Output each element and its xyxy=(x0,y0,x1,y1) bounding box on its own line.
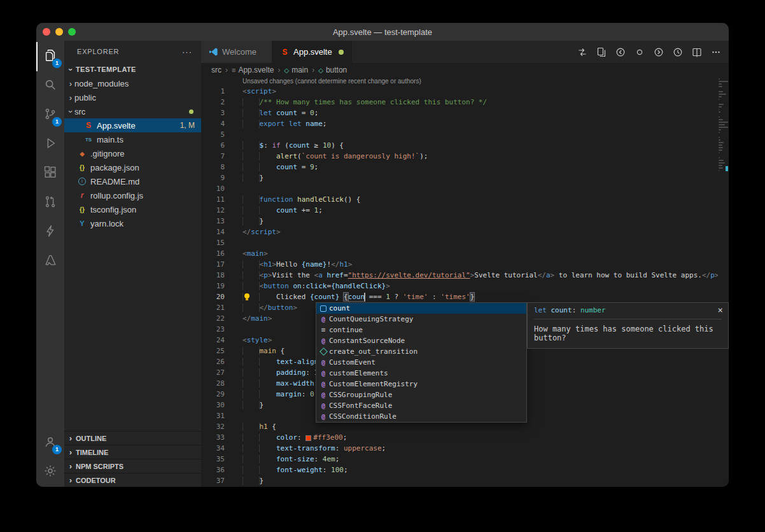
line-number[interactable]: 8 xyxy=(201,162,225,172)
code-line-text[interactable]: function handleClick() { xyxy=(225,194,729,205)
code-line-text[interactable]: $: if (count ≥ 10) { xyxy=(225,140,729,151)
suggest-item-CustomEvent[interactable]: @CustomEvent xyxy=(316,357,526,368)
code-line-text[interactable]: font-size: 4em; xyxy=(225,454,729,465)
activity-bar-item-settings[interactable] xyxy=(36,458,64,487)
tree-item-README-md[interactable]: iREADME.md xyxy=(64,174,201,188)
line-number[interactable]: 10 xyxy=(201,183,225,194)
breadcrumb-item-app-svelte[interactable]: ≡App.svelte xyxy=(232,66,274,74)
line-number[interactable]: 20 xyxy=(201,291,225,302)
tree-item-rollup-config-js[interactable]: rrollup.config.js xyxy=(64,188,201,202)
previous-change-icon[interactable] xyxy=(612,44,628,60)
code-line-text[interactable] xyxy=(225,237,729,248)
line-number[interactable]: 36 xyxy=(201,465,225,475)
activity-bar-item-search[interactable] xyxy=(36,71,64,101)
line-number[interactable]: 37 xyxy=(201,475,225,486)
close-button[interactable] xyxy=(43,28,50,36)
activity-bar-item-github-pull-requests[interactable] xyxy=(36,188,64,218)
line-number[interactable]: 22 xyxy=(201,313,225,324)
code-line-text[interactable]: alert(`count is dangerously high!`); xyxy=(225,151,729,162)
panel-outline[interactable]: ›OUTLINE xyxy=(64,431,201,445)
tree-item--gitignore[interactable]: ◆.gitignore xyxy=(64,146,201,160)
activity-bar-item-run-debug[interactable] xyxy=(36,130,64,159)
code-line-text[interactable]: <script> xyxy=(225,86,729,97)
code-line-text[interactable]: </script> xyxy=(225,227,729,237)
tree-item-node_modules[interactable]: ›node_modules xyxy=(64,76,201,90)
tree-item-main-ts[interactable]: TSmain.ts xyxy=(64,132,201,146)
lightbulb-icon[interactable] xyxy=(243,293,251,301)
suggest-item-ConstantSourceNode[interactable]: @ConstantSourceNode xyxy=(316,335,526,346)
code-line-text[interactable]: Clicked {count} {coun === 1 ? 'time' : '… xyxy=(225,291,729,302)
code-line-text[interactable]: h1 { xyxy=(225,421,729,432)
split-editor-icon[interactable] xyxy=(689,44,705,60)
compare-changes-icon[interactable] xyxy=(574,44,590,60)
line-number[interactable]: 32 xyxy=(201,421,225,432)
line-number[interactable]: 18 xyxy=(201,270,225,281)
activity-bar-item-extensions[interactable] xyxy=(36,159,64,188)
panel-codetour[interactable]: ›CODETOUR xyxy=(64,473,201,487)
code-line-text[interactable] xyxy=(225,183,729,194)
line-number[interactable]: 14 xyxy=(201,227,225,237)
line-number[interactable]: 17 xyxy=(201,259,225,270)
code-line-text[interactable]: } xyxy=(225,216,729,227)
code-line-text[interactable]: <h1>Hello {name}!</h1> xyxy=(225,259,729,270)
title-bar[interactable]: App.svelte — test-template xyxy=(36,23,729,41)
line-number[interactable]: 25 xyxy=(201,346,225,356)
line-number[interactable]: 23 xyxy=(201,324,225,335)
next-change-icon[interactable] xyxy=(650,44,666,60)
more-actions-icon[interactable] xyxy=(708,44,724,60)
code-line-text[interactable]: } xyxy=(225,475,729,486)
tree-item-tsconfig-json[interactable]: {}tsconfig.json xyxy=(64,202,201,216)
line-number[interactable]: 6 xyxy=(201,140,225,151)
activity-bar-item-explorer[interactable]: 1 xyxy=(36,42,64,71)
breadcrumb-item-src[interactable]: src xyxy=(211,66,221,74)
activity-bar-item-thunder-client[interactable] xyxy=(36,218,64,247)
panel-timeline[interactable]: ›TIMELINE xyxy=(64,445,201,459)
project-section-header[interactable]: › TEST-TEMPLATE xyxy=(64,62,201,76)
line-number[interactable]: 11 xyxy=(201,194,225,205)
close-icon[interactable]: × xyxy=(718,304,723,316)
code-line-text[interactable]: <p>Visit the <a href="https://svelte.dev… xyxy=(225,270,729,281)
suggest-item-count[interactable]: count xyxy=(316,303,526,314)
codelens-annotation[interactable]: Unsaved changes (cannot determine recent… xyxy=(242,77,729,86)
line-number[interactable]: 30 xyxy=(201,400,225,410)
line-number[interactable]: 29 xyxy=(201,389,225,400)
suggest-item-create_out_transition[interactable]: create_out_transition xyxy=(316,346,526,357)
breadcrumb-item-button[interactable]: ◇button xyxy=(318,66,347,74)
tree-item-yarn-lock[interactable]: Yyarn.lock xyxy=(64,216,201,230)
line-number[interactable]: 21 xyxy=(201,302,225,313)
line-number[interactable]: 5 xyxy=(201,129,225,140)
code-line-text[interactable]: font-weight: 100; xyxy=(225,465,729,475)
breadcrumb-item-main[interactable]: ◇main xyxy=(284,66,308,74)
code-line-text[interactable]: text-transform: uppercase; xyxy=(225,443,729,454)
zoom-button[interactable] xyxy=(68,28,76,36)
line-number[interactable]: 15 xyxy=(201,237,225,248)
line-number[interactable]: 13 xyxy=(201,216,225,227)
line-number[interactable]: 27 xyxy=(201,367,225,378)
code-line-text[interactable]: let count = 0; xyxy=(225,108,729,118)
line-number[interactable]: 9 xyxy=(201,172,225,183)
tree-item-public[interactable]: ›public xyxy=(64,90,201,104)
tree-item-package-json[interactable]: {}package.json xyxy=(64,160,201,174)
line-number[interactable]: 3 xyxy=(201,108,225,118)
record-icon[interactable] xyxy=(631,44,647,60)
tree-item-App-svelte[interactable]: SApp.svelte1, M xyxy=(64,118,201,132)
line-number[interactable]: 16 xyxy=(201,248,225,259)
open-changes-icon[interactable] xyxy=(593,44,609,60)
suggest-item-CSSGroupingRule[interactable]: @CSSGroupingRule xyxy=(316,389,526,400)
line-number[interactable]: 26 xyxy=(201,356,225,367)
line-number[interactable]: 31 xyxy=(201,410,225,421)
code-line-text[interactable]: <button on:click={handleClick}> xyxy=(225,281,729,291)
line-number[interactable]: 34 xyxy=(201,443,225,454)
line-number[interactable]: 4 xyxy=(201,118,225,129)
line-number[interactable]: 24 xyxy=(201,335,225,346)
code-line-text[interactable]: /** How many times has someone clicked t… xyxy=(225,97,729,108)
panel-npm-scripts[interactable]: ›NPM SCRIPTS xyxy=(64,459,201,473)
activity-bar-item-accounts[interactable]: 1 xyxy=(36,428,64,458)
history-icon[interactable] xyxy=(670,44,685,60)
code-line-text[interactable] xyxy=(225,129,729,140)
line-number[interactable]: 35 xyxy=(201,454,225,465)
more-actions-icon[interactable]: ··· xyxy=(182,47,192,57)
tab-welcome[interactable]: Welcome xyxy=(201,41,272,63)
suggest-item-CountQueuingStrategy[interactable]: @CountQueuingStrategy xyxy=(316,314,526,325)
suggest-item-CSSConditionRule[interactable]: @CSSConditionRule xyxy=(316,411,526,422)
